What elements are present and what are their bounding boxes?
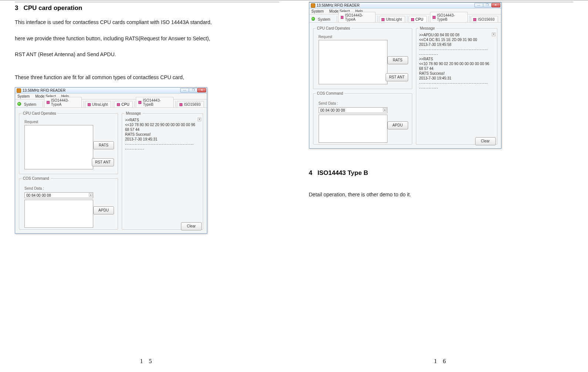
log-line: <<10 78 80 90 02 20 90 00 00 00 00 00 96…: [419, 61, 490, 71]
clear-button[interactable]: Clear: [181, 222, 202, 230]
request-text-area[interactable]: [319, 40, 387, 84]
tab-icon: [138, 101, 141, 104]
titlebar: 13.56MHz RFID READER — ❐ ✕: [15, 88, 207, 94]
heading-number: 4: [309, 169, 312, 177]
page-number: 1 5: [140, 358, 154, 365]
log-line: >>RATS: [125, 118, 195, 122]
message-log: >>APDU:00 84 00 00 08 <<C4 DC B1 15 1E 2…: [419, 33, 490, 90]
tab-system[interactable]: System: [23, 101, 41, 107]
app-icon: [311, 3, 315, 8]
tab-icon: [382, 18, 384, 21]
minimize-button[interactable]: —: [180, 88, 189, 92]
send-data-area[interactable]: [24, 200, 93, 228]
content-area: CPU Card Operates Request RATS RST ANT C…: [309, 23, 501, 148]
log-separator: ----------------------------------------…: [419, 81, 490, 90]
log-line: >>APDU:00 84 00 00 08: [419, 33, 490, 37]
titlebar: 13.56MHz RFID READER — ❐ ✕: [309, 3, 501, 9]
paragraph: here we provide three function button, i…: [15, 33, 279, 45]
app-screenshot-2: 13.56MHz RFID READER — ❐ ✕ System Mode S…: [309, 2, 501, 149]
scroll-down-icon[interactable]: ▾: [198, 118, 201, 121]
apdu-button[interactable]: APDU: [387, 121, 408, 129]
app-screenshot-1: 13.56MHz RFID READER — ❐ ✕ System Mode S…: [15, 87, 207, 234]
log-line: 2013-7-30 19:45:31: [419, 76, 490, 81]
maximize-button[interactable]: ❐: [483, 3, 492, 7]
send-data-input[interactable]: 00 84 00 00 08: [24, 192, 93, 198]
group-legend: Message: [419, 26, 437, 30]
request-label: Request: [24, 120, 38, 124]
log-separator: ----------------------------------------…: [419, 47, 490, 57]
minimize-button[interactable]: —: [474, 3, 483, 7]
log-line: 2013-7-30 19:45:31: [125, 137, 195, 142]
group-legend: CPU Card Operates: [316, 26, 352, 30]
cos-command-group: COS Command Send Data : 00 84 00 00 08 ▴…: [19, 176, 118, 230]
log-line: <<C4 DC B1 15 1E 2D 09 31 90 00: [419, 37, 490, 42]
window-title: 13.56MHz RFID READER: [317, 3, 360, 7]
scroll-down-icon[interactable]: ▾: [492, 33, 495, 36]
tab-icon: [473, 18, 476, 21]
tab-iso15693[interactable]: ISO15693: [177, 101, 204, 107]
heading-text: ISO14443 Type B: [317, 169, 368, 176]
page-number: 1 6: [434, 358, 448, 365]
maximize-button[interactable]: ❐: [189, 88, 198, 92]
log-line: >>RATS: [419, 57, 490, 61]
rst-ant-button[interactable]: RST ANT: [92, 158, 114, 166]
log-line: <<10 78 80 90 02 20 90 00 00 00 00 00 96…: [125, 122, 195, 132]
tab-iso15693[interactable]: ISO15693: [471, 16, 498, 22]
window-title: 13.56MHz RFID READER: [23, 88, 65, 92]
clear-button[interactable]: Clear: [475, 137, 496, 145]
menu-system[interactable]: System: [17, 94, 30, 98]
rats-button[interactable]: RATS: [387, 56, 408, 64]
tab-cpu[interactable]: CPU: [409, 16, 427, 22]
cpu-card-operates-group: CPU Card Operates Request RATS RST ANT: [313, 26, 412, 89]
tabbar: System ISO14443-TypeA UltraLight CPU ISO…: [309, 14, 501, 23]
page-right: 13.56MHz RFID READER — ❐ ✕ System Mode S…: [294, 0, 588, 372]
paragraph: RST ANT (Reset Antenna) and Send APDU.: [15, 48, 279, 61]
heading-3: 3CPU card operation: [15, 4, 279, 12]
status-dot-icon: [17, 102, 21, 106]
rats-button[interactable]: RATS: [93, 141, 114, 149]
tab-icon: [47, 101, 50, 104]
log-separator: ----------------------------------------…: [125, 142, 195, 151]
cos-command-group: COS Command Send Data : 00 84 00 00 08 ▴…: [313, 91, 412, 145]
tab-icon: [117, 103, 120, 106]
apdu-button[interactable]: APDU: [93, 206, 114, 214]
app-icon: [17, 88, 21, 93]
page-left: 3CPU card operation This interface is us…: [0, 0, 294, 372]
menu-system[interactable]: System: [312, 9, 324, 13]
send-data-area[interactable]: [319, 115, 387, 143]
tab-typeb[interactable]: ISO14443-TypeB: [430, 12, 468, 22]
group-legend: Message: [124, 111, 142, 115]
log-line: RATS Success!: [419, 71, 490, 76]
paragraph: These three function are fit for all com…: [15, 71, 279, 84]
tab-ultralight[interactable]: UltraLight: [379, 16, 405, 22]
tab-ultralight[interactable]: UltraLight: [85, 101, 111, 107]
scroll-up-icon[interactable]: ▴: [383, 108, 387, 112]
log-line: RATS Success!: [125, 132, 195, 137]
tab-typeb[interactable]: ISO14443-TypeB: [136, 97, 174, 107]
cpu-card-operates-group: CPU Card Operates Request RATS RST ANT: [19, 111, 118, 174]
heading-number: 3: [15, 4, 18, 12]
close-button[interactable]: ✕: [197, 88, 206, 92]
tab-icon: [411, 18, 414, 21]
content-area: CPU Card Operates Request RATS RST ANT C…: [15, 108, 207, 233]
tab-icon: [433, 16, 436, 19]
log-line: 2013-7-30 19:45:58: [419, 42, 490, 47]
tab-icon: [341, 16, 344, 19]
tab-cpu[interactable]: CPU: [114, 101, 132, 107]
tab-typea[interactable]: ISO14443-TypeA: [338, 12, 376, 22]
tab-typea[interactable]: ISO14443-TypeA: [44, 97, 82, 107]
tab-icon: [88, 103, 91, 106]
close-button[interactable]: ✕: [491, 3, 500, 7]
rst-ant-button[interactable]: RST ANT: [386, 73, 408, 81]
group-legend: CPU Card Operates: [21, 111, 57, 115]
tab-system[interactable]: System: [317, 16, 335, 22]
message-group: Message ▴ >>RATS <<10 78 80 90 02 20 90 …: [122, 111, 203, 230]
paragraph: This interface is used for contactless C…: [15, 16, 279, 29]
paragraph: Detail operation, there is other demo to…: [309, 189, 574, 201]
message-log: >>RATS <<10 78 80 90 02 20 90 00 00 00 0…: [125, 118, 195, 151]
request-text-area[interactable]: [24, 125, 93, 169]
scroll-up-icon[interactable]: ▴: [89, 193, 93, 197]
send-data-label: Send Data :: [24, 186, 44, 190]
tab-icon: [179, 103, 182, 106]
send-data-input[interactable]: 00 84 00 00 08: [319, 107, 387, 113]
